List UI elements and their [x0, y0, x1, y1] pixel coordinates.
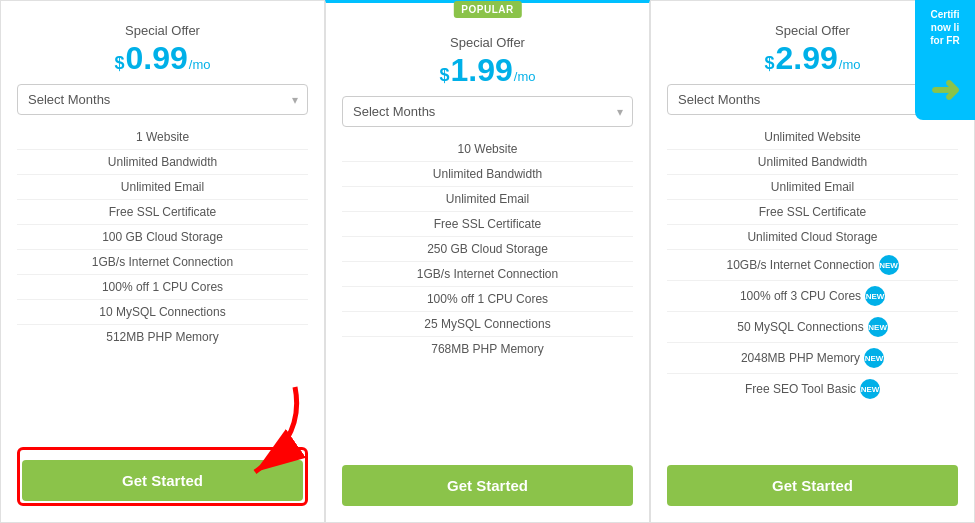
- new-badge-icon: new: [860, 379, 880, 399]
- plan-premium-value: 2.99: [776, 42, 838, 74]
- pricing-wrapper: Special Offer $ 0.99 /mo Select Months 1…: [0, 0, 975, 523]
- list-item: 10 MySQL Connections: [17, 300, 308, 325]
- plan-pro-mo: /mo: [514, 69, 536, 84]
- certificate-corner: Certifi now li for FR ➜: [915, 0, 975, 120]
- plan-premium-mo: /mo: [839, 57, 861, 72]
- list-item: 100% off 1 CPU Cores: [17, 275, 308, 300]
- plan-premium-features: Unlimited Website Unlimited Bandwidth Un…: [667, 125, 958, 459]
- list-item: 50 MySQL Connections new: [667, 312, 958, 343]
- list-item: Unlimited Email: [342, 187, 633, 212]
- list-item: Free SSL Certificate: [342, 212, 633, 237]
- list-item: Free SSL Certificate: [667, 200, 958, 225]
- plan-premium-label: Special Offer: [775, 23, 850, 38]
- plan-pro: POPULAR Special Offer $ 1.99 /mo Select …: [325, 0, 650, 523]
- list-item: 512MB PHP Memory: [17, 325, 308, 349]
- plan-pro-features: 10 Website Unlimited Bandwidth Unlimited…: [342, 137, 633, 455]
- plan-basic-label: Special Offer: [125, 23, 200, 38]
- plan-basic-months-wrapper: Select Months 1 Month 6 Months 12 Months…: [17, 84, 308, 115]
- list-item: 768MB PHP Memory: [342, 337, 633, 361]
- list-item: 1 Website: [17, 125, 308, 150]
- list-item: 100 GB Cloud Storage: [17, 225, 308, 250]
- plan-premium-get-started-button[interactable]: Get Started: [667, 465, 958, 506]
- plan-premium-dollar: $: [765, 53, 775, 74]
- plan-basic-features: 1 Website Unlimited Bandwidth Unlimited …: [17, 125, 308, 447]
- popular-badge: POPULAR: [453, 1, 521, 18]
- list-item: Unlimited Website: [667, 125, 958, 150]
- list-item: Free SSL Certificate: [17, 200, 308, 225]
- list-item: 100% off 1 CPU Cores: [342, 287, 633, 312]
- list-item: 1GB/s Internet Connection: [17, 250, 308, 275]
- list-item: 250 GB Cloud Storage: [342, 237, 633, 262]
- new-badge-icon: new: [865, 286, 885, 306]
- cert-line2: now li: [931, 21, 959, 34]
- plan-basic-price: $ 0.99 /mo: [115, 42, 211, 74]
- plan-basic-mo: /mo: [189, 57, 211, 72]
- list-item: Unlimited Cloud Storage: [667, 225, 958, 250]
- list-item: 1GB/s Internet Connection: [342, 262, 633, 287]
- plan-basic-value: 0.99: [126, 42, 188, 74]
- plan-pro-price: $ 1.99 /mo: [440, 54, 536, 86]
- list-item: 10 Website: [342, 137, 633, 162]
- list-item: 25 MySQL Connections: [342, 312, 633, 337]
- list-item: Unlimited Bandwidth: [342, 162, 633, 187]
- list-item: Unlimited Bandwidth: [17, 150, 308, 175]
- list-item: Unlimited Email: [17, 175, 308, 200]
- cert-line3: for FR: [930, 34, 959, 47]
- list-item: Unlimited Bandwidth: [667, 150, 958, 175]
- list-item: 2048MB PHP Memory new: [667, 343, 958, 374]
- plan-basic-dollar: $: [115, 53, 125, 74]
- plan-pro-months-wrapper: Select Months 1 Month 6 Months 12 Months…: [342, 96, 633, 127]
- list-item: 10GB/s Internet Connection new: [667, 250, 958, 281]
- list-item: Unlimited Email: [667, 175, 958, 200]
- right-arrow-icon: ➜: [930, 67, 960, 114]
- cert-line1: Certifi: [931, 8, 960, 21]
- plan-basic: Special Offer $ 0.99 /mo Select Months 1…: [0, 0, 325, 523]
- plan-pro-dollar: $: [440, 65, 450, 86]
- plan-basic-btn-highlight: Get Started: [17, 447, 308, 506]
- plan-pro-label: Special Offer: [450, 35, 525, 50]
- plan-pro-get-started-button[interactable]: Get Started: [342, 465, 633, 506]
- new-badge-icon: new: [864, 348, 884, 368]
- plan-basic-months-select[interactable]: Select Months 1 Month 6 Months 12 Months…: [17, 84, 308, 115]
- plan-premium-price: $ 2.99 /mo: [765, 42, 861, 74]
- list-item: 100% off 3 CPU Cores new: [667, 281, 958, 312]
- new-badge-icon: new: [868, 317, 888, 337]
- plan-pro-value: 1.99: [451, 54, 513, 86]
- new-badge-icon: new: [879, 255, 899, 275]
- list-item: Free SEO Tool Basic new: [667, 374, 958, 404]
- plan-pro-months-select[interactable]: Select Months 1 Month 6 Months 12 Months…: [342, 96, 633, 127]
- plan-basic-get-started-button[interactable]: Get Started: [22, 460, 303, 501]
